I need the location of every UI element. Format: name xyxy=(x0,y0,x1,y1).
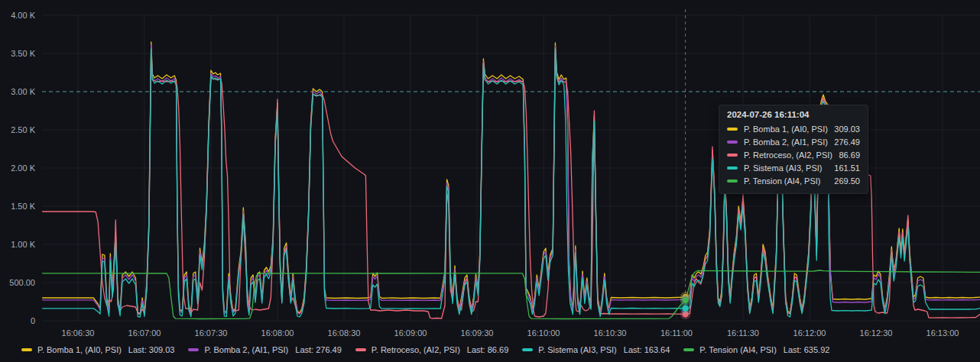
x-axis-label: 16:12:00 xyxy=(782,328,837,338)
tooltip-series-name: P. Bomba 2, (AI1, PSI) xyxy=(744,137,834,147)
tooltip-series-value: 269.50 xyxy=(834,176,860,186)
legend-last-value: Last: 86.69 xyxy=(467,345,508,354)
series-color-swatch xyxy=(727,141,738,144)
legend-series-name: P. Bomba 1, (AI0, PSI) xyxy=(37,345,122,354)
legend-item[interactable]: P. Bomba 2, (AI1, PSI)Last: 276.49 xyxy=(188,345,341,354)
x-axis-label: 16:10:00 xyxy=(516,328,571,338)
x-axis-label: 16:07:00 xyxy=(117,328,172,338)
tooltip-series-value: 309.03 xyxy=(834,124,860,134)
legend-series-name: P. Sistema (AI3, PSI) xyxy=(538,345,617,354)
tooltip-timestamp: 2024-07-26 16:11:04 xyxy=(727,110,860,119)
legend: P. Bomba 1, (AI0, PSI)Last: 309.03P. Bom… xyxy=(21,343,829,357)
legend-last-value: Last: 276.49 xyxy=(295,345,342,354)
x-axis-label: 16:13:00 xyxy=(915,328,970,338)
x-axis-label: 16:09:00 xyxy=(383,328,438,338)
legend-swatch-icon xyxy=(683,348,694,351)
legend-last-value: Last: 309.03 xyxy=(128,345,175,354)
tooltip-row: P. Sistema (AI3, PSI)161.51 xyxy=(727,162,860,174)
tooltip-rows: P. Bomba 1, (AI0, PSI)309.03P. Bomba 2, … xyxy=(727,123,860,187)
hover-point-dot xyxy=(683,297,689,303)
legend-last-value: Last: 635.92 xyxy=(784,345,830,354)
legend-series-name: P. Retroceso, (AI2, PSI) xyxy=(372,345,460,354)
tooltip-series-value: 161.51 xyxy=(834,163,860,173)
legend-item[interactable]: P. Retroceso, (AI2, PSI)Last: 86.69 xyxy=(355,345,508,354)
y-axis-label: 3.50 K xyxy=(0,48,35,60)
tooltip-series-name: P. Sistema (AI3, PSI) xyxy=(744,163,834,173)
tooltip-row: P. Tension (AI4, PSI)269.50 xyxy=(727,175,860,187)
legend-item[interactable]: P. Bomba 1, (AI0, PSI)Last: 309.03 xyxy=(21,345,174,354)
legend-swatch-icon xyxy=(522,348,533,351)
y-axis-label: 4.00 K xyxy=(0,10,35,21)
x-axis-label: 16:10:30 xyxy=(582,328,638,338)
legend-item[interactable]: P. Sistema (AI3, PSI)Last: 163.64 xyxy=(522,345,670,354)
series-color-swatch xyxy=(727,179,738,183)
y-axis-label: 3.00 K xyxy=(0,86,35,98)
y-axis-label: 1.00 K xyxy=(0,239,35,250)
x-axis-label: 16:06:30 xyxy=(50,328,105,338)
series-color-swatch xyxy=(727,166,738,170)
tooltip-row: P. Retroceso, (AI2, PSI)86.69 xyxy=(727,149,860,161)
y-axis-label: 2.50 K xyxy=(0,124,35,136)
tooltip-series-name: P. Tension (AI4, PSI) xyxy=(744,176,834,186)
legend-series-name: P. Bomba 2, (AI1, PSI) xyxy=(204,345,288,354)
legend-swatch-icon xyxy=(21,348,32,351)
x-axis-label: 16:08:00 xyxy=(250,328,305,338)
x-axis-label: 16:11:30 xyxy=(716,328,771,338)
legend-series-name: P. Tension (AI4, PSI) xyxy=(699,345,776,354)
tooltip-row: P. Bomba 1, (AI0, PSI)309.03 xyxy=(727,123,860,135)
legend-swatch-icon xyxy=(355,348,366,351)
legend-last-value: Last: 163.64 xyxy=(624,345,670,354)
series-color-swatch xyxy=(727,128,738,131)
tooltip-series-name: P. Retroceso, (AI2, PSI) xyxy=(744,150,839,160)
x-axis-label: 16:12:30 xyxy=(849,328,904,338)
series-color-swatch xyxy=(727,154,738,157)
hover-point-dot xyxy=(683,305,689,312)
x-axis-label: 16:09:30 xyxy=(449,328,505,338)
x-axis-label: 16:11:00 xyxy=(649,328,704,338)
tooltip-series-value: 276.49 xyxy=(834,137,860,147)
tooltip-row: P. Bomba 2, (AI1, PSI)276.49 xyxy=(727,136,860,148)
tooltip: 2024-07-26 16:11:04 P. Bomba 1, (AI0, PS… xyxy=(719,105,868,194)
x-axis-label: 16:08:30 xyxy=(316,328,372,338)
y-axis-label: 1.50 K xyxy=(0,201,35,212)
grafana-timeseries-panel: { "colors": { "yellow": "#EAC21C", "purp… xyxy=(0,0,980,362)
tooltip-series-name: P. Bomba 1, (AI0, PSI) xyxy=(744,124,834,134)
y-axis-label: 500.00 xyxy=(0,277,35,289)
y-axis-label: 2.00 K xyxy=(0,163,35,174)
legend-swatch-icon xyxy=(188,348,199,351)
tooltip-series-value: 86.69 xyxy=(839,150,860,160)
legend-item[interactable]: P. Tension (AI4, PSI)Last: 635.92 xyxy=(683,345,829,354)
x-axis-label: 16:07:30 xyxy=(183,328,239,338)
y-axis-label: 0 xyxy=(0,315,35,327)
